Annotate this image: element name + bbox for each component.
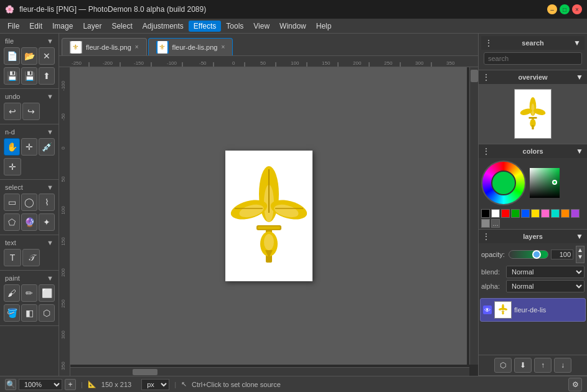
opacity-spinner[interactable]: ▲▼ — [576, 246, 585, 263]
nd-section-header[interactable]: n-d ▼ — [2, 127, 56, 137]
blend-select[interactable]: Normal Multiply Screen Overlay — [506, 266, 585, 278]
layer-visibility-icon[interactable]: 👁 — [483, 306, 492, 314]
opacity-value[interactable] — [551, 250, 573, 259]
stamp-button[interactable]: ⬡ — [39, 304, 55, 322]
menu-layer[interactable]: Layer — [78, 21, 106, 32]
h-scrollbar[interactable] — [70, 367, 469, 376]
layers-list: 👁 fleur-de- — [479, 297, 587, 355]
swatch-more-button[interactable]: … — [491, 219, 500, 228]
menu-edit[interactable]: Edit — [24, 21, 47, 32]
search-title: search — [522, 39, 543, 47]
menu-view[interactable]: View — [248, 21, 275, 32]
menu-select[interactable]: Select — [106, 21, 137, 32]
layer-merge-button[interactable]: ⬇ — [514, 358, 532, 373]
select-section-header[interactable]: select ▼ — [2, 182, 56, 192]
tab-1[interactable]: ⚜ fleur-de-lis.png × — [62, 38, 147, 55]
polygon-select-button[interactable]: ⬠ — [4, 213, 20, 231]
undo-section-header[interactable]: undo ▼ — [2, 91, 56, 101]
zoom-in-button[interactable]: + — [65, 379, 76, 390]
titlebar-left: 🌸 fleur-de-lis [PNG] — PhotoDemon 8.0 al… — [5, 5, 206, 14]
new-file-button[interactable]: 📄 — [4, 47, 20, 65]
pencil-button[interactable]: ✏ — [21, 284, 37, 302]
zoom-out-button[interactable]: 🔍 — [5, 379, 16, 390]
file-section-header[interactable]: file ▼ — [2, 36, 56, 46]
menu-effects[interactable]: Effects — [189, 21, 221, 32]
magic-wand-button[interactable]: 🔮 — [21, 213, 37, 231]
layer-up-button[interactable]: ↑ — [534, 358, 552, 373]
close-button[interactable]: × — [572, 4, 582, 14]
layer-down-button[interactable]: ↓ — [554, 358, 571, 373]
swatch-black[interactable] — [481, 209, 490, 218]
hand-tool-button[interactable]: ✋ — [4, 138, 20, 156]
v-ruler: -100 -50 0 50 100 150 200 250 300 350 — [59, 67, 70, 376]
menu-window[interactable]: Window — [275, 21, 311, 32]
swatch-yellow[interactable] — [531, 209, 540, 218]
svg-text:0: 0 — [232, 60, 235, 66]
search-section: ⋮ search ▼ — [479, 34, 587, 70]
swatch-blue[interactable] — [521, 209, 530, 218]
maximize-button[interactable]: □ — [560, 4, 570, 14]
swatch-cyan[interactable] — [551, 209, 560, 218]
search-header[interactable]: ⋮ search ▼ — [481, 36, 585, 50]
v-scrollbar[interactable] — [469, 67, 478, 365]
fill-button[interactable]: 🪣 — [4, 304, 20, 322]
settings-button[interactable]: ⚙ — [568, 378, 582, 391]
search-input[interactable] — [484, 52, 582, 65]
close-file-button[interactable]: ✕ — [39, 47, 55, 65]
tab-2-close[interactable]: × — [221, 44, 225, 50]
swatch-orange[interactable] — [561, 209, 570, 218]
canvas-scroll[interactable] — [70, 67, 467, 365]
tab-2[interactable]: ⚜ fleur-de-lis.png × — [148, 38, 233, 55]
layers-header[interactable]: ⋮ layers ▼ — [479, 230, 587, 243]
redo-button[interactable]: ↪ — [22, 103, 40, 120]
tab-1-close[interactable]: × — [135, 44, 139, 50]
opacity-thumb[interactable] — [532, 250, 541, 259]
lasso-select-button[interactable]: ⌇ — [39, 194, 55, 211]
zoom-select[interactable]: 100% 50% 200% 25% — [19, 379, 62, 390]
layer-item-fleur[interactable]: 👁 fleur-de- — [480, 298, 586, 322]
menu-file[interactable]: File — [2, 21, 24, 32]
layer-add-button[interactable]: ⬡ — [494, 358, 512, 373]
overview-image — [479, 84, 587, 144]
eraser-button[interactable]: ⬜ — [39, 284, 55, 302]
crop-tool-button[interactable]: ✛ — [4, 158, 21, 175]
ellipse-select-button[interactable]: ◯ — [21, 194, 37, 211]
h-scrollbar-thumb[interactable] — [133, 369, 157, 375]
move-tool-button[interactable]: ✛ — [21, 138, 37, 156]
paint-section-header[interactable]: paint ▼ — [2, 273, 56, 283]
overview-header[interactable]: ⋮ overview ▼ — [479, 70, 587, 84]
menu-adjustments[interactable]: Adjustments — [138, 21, 189, 32]
open-file-button[interactable]: 📂 — [21, 47, 37, 65]
ruler-canvas-wrap: -250 -200 -150 -100 -50 0 50 — [59, 56, 478, 376]
swatch-green[interactable] — [511, 209, 520, 218]
fuzzy-select-button[interactable]: ✦ — [39, 213, 55, 231]
swatch-red[interactable] — [501, 209, 510, 218]
menu-help[interactable]: Help — [311, 21, 337, 32]
brush-button[interactable]: 🖌 — [4, 284, 20, 302]
save-as-button[interactable]: 💾 — [21, 67, 37, 85]
export-button[interactable]: ⬆ — [39, 67, 55, 85]
alpha-select[interactable]: Normal Inherit — [506, 280, 585, 292]
colors-header[interactable]: ⋮ colors ▼ — [479, 144, 587, 158]
menu-tools[interactable]: Tools — [221, 21, 248, 32]
text-label: text — [5, 239, 16, 246]
gradient-button[interactable]: ◧ — [21, 304, 37, 322]
size-unit-select[interactable]: px cm in — [141, 379, 169, 390]
save-button[interactable]: 💾 — [4, 67, 20, 85]
text-path-button[interactable]: 𝒯 — [22, 249, 40, 266]
undo-button[interactable]: ↩ — [4, 103, 21, 120]
v-scrollbar-thumb[interactable] — [471, 70, 478, 82]
text-tool-button[interactable]: T — [4, 249, 21, 266]
swatch-gray[interactable] — [481, 219, 490, 228]
minimize-button[interactable]: – — [547, 4, 557, 14]
swatch-pink[interactable] — [541, 209, 550, 218]
rect-select-button[interactable]: ▭ — [4, 194, 20, 211]
text-section-header[interactable]: text ▼ — [2, 238, 56, 248]
swatch-purple[interactable] — [571, 209, 580, 218]
eyedropper-button[interactable]: 💉 — [39, 138, 55, 156]
opacity-slider[interactable] — [509, 250, 548, 259]
color-wheel[interactable] — [481, 161, 526, 205]
swatch-white[interactable] — [491, 209, 500, 218]
color-square-wrap[interactable] — [530, 168, 560, 198]
menu-image[interactable]: Image — [47, 21, 78, 32]
